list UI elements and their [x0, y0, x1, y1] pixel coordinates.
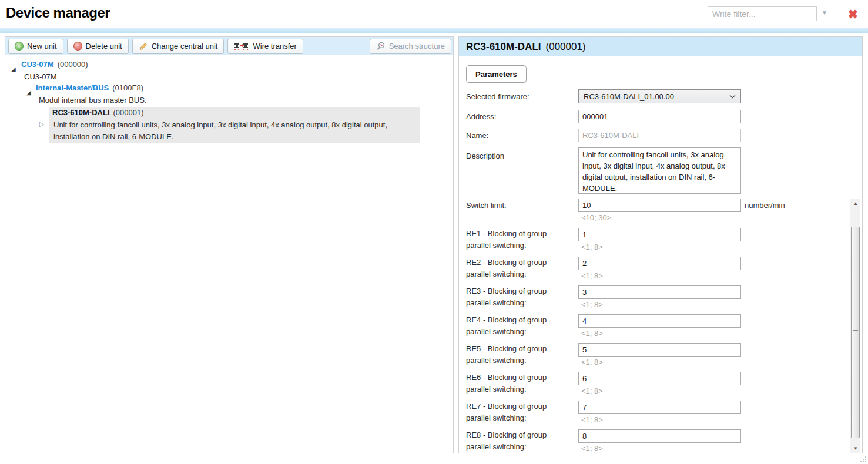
tree-node-description: Unit for controlling fancoil units, 3x a…: [53, 119, 415, 143]
tree-node-description: CU3-07M: [24, 72, 57, 81]
re2-hint: <1; 8>: [581, 271, 603, 280]
re2-field[interactable]: [578, 257, 741, 270]
scroll-up-icon[interactable]: ▲: [850, 199, 861, 209]
delete-unit-button[interactable]: − Delete unit: [67, 39, 129, 54]
tree-expand-icon[interactable]: ◢: [26, 90, 31, 96]
name-label: Name:: [466, 131, 488, 140]
tree-expand-icon[interactable]: ◢: [11, 66, 16, 72]
new-unit-label: New unit: [27, 42, 57, 51]
firmware-label: Selected firmware:: [466, 92, 529, 101]
re7-label-line2: parallel switching:: [466, 413, 527, 422]
re5-hint: <1; 8>: [581, 358, 603, 367]
re7-field[interactable]: [578, 401, 741, 414]
tree-node-name: RC3-610M-DALI: [52, 108, 110, 117]
add-icon: +: [15, 42, 24, 51]
switch-limit-hint: <10; 30>: [581, 213, 611, 222]
tree-node-address: (000000): [58, 60, 88, 69]
re8-hint: <1; 8>: [581, 444, 603, 453]
re2-label-line2: parallel switching:: [466, 270, 527, 278]
re2-label-line1: RE2 - Blocking of group: [466, 258, 547, 267]
name-field[interactable]: [578, 129, 741, 142]
re6-label-line2: parallel switching:: [466, 385, 527, 394]
re1-label-line1: RE1 - Blocking of group: [466, 229, 547, 238]
address-field[interactable]: [578, 110, 741, 123]
scrollbar-grip: [853, 330, 858, 331]
description-field[interactable]: [578, 147, 741, 194]
re4-hint: <1; 8>: [581, 329, 603, 338]
vertical-scrollbar[interactable]: ▲ ▼: [850, 199, 860, 453]
page-title: Device manager: [6, 5, 110, 21]
re7-label-line1: RE7 - Blocking of group: [466, 402, 547, 411]
firmware-value: RC3-610M-DALI_01.00.00: [584, 92, 674, 101]
re6-label-line1: RE6 - Blocking of group: [466, 373, 547, 382]
pencil-icon: [139, 42, 148, 51]
re6-field[interactable]: [578, 372, 741, 385]
tree-node-description: Modul internal bus master BUS.: [39, 96, 147, 105]
tree-node-rc3-610m-dali[interactable]: RC3-610M-DALI(000001): [52, 108, 144, 117]
tree-node-name: CU3-07M: [21, 60, 54, 69]
tree-node-address: (000001): [113, 108, 144, 117]
description-label: Description: [466, 152, 504, 160]
scroll-down-icon[interactable]: ▼: [850, 443, 861, 453]
re4-label-line2: parallel switching:: [466, 327, 527, 336]
re5-label-line1: RE5 - Blocking of group: [466, 344, 547, 353]
chevron-down-icon[interactable]: ▼: [822, 9, 827, 16]
device-tree-panel: + New unit − Delete unit Change central …: [5, 36, 454, 453]
re1-field[interactable]: [578, 228, 741, 241]
wire-transfer-label: Wire transfer: [253, 42, 296, 51]
tree-node-name: Internal-Master/BUS: [36, 83, 109, 92]
switch-limit-unit: number/min: [745, 201, 785, 210]
device-tree: ◢ CU3-07M(000000) CU3-07M ◢ Internal-Mas…: [5, 55, 453, 453]
close-icon[interactable]: ✖: [848, 7, 858, 21]
search-icon: [376, 42, 386, 51]
firmware-select[interactable]: RC3-610M-DALI_01.00.00: [578, 89, 741, 103]
search-structure-button[interactable]: Search structure: [370, 39, 451, 54]
new-unit-button[interactable]: + New unit: [8, 39, 63, 54]
re8-label-line1: RE8 - Blocking of group: [466, 431, 547, 439]
re4-field[interactable]: [578, 314, 741, 328]
re3-label-line2: parallel switching:: [466, 298, 527, 307]
tab-parameters[interactable]: Parameters: [466, 65, 527, 83]
detail-header: RC3-610M-DALI (000001): [459, 37, 862, 56]
re6-hint: <1; 8>: [581, 386, 603, 395]
remove-icon: −: [73, 42, 82, 51]
scrollbar-thumb[interactable]: [851, 227, 860, 438]
detail-title-address: (000001): [546, 41, 586, 53]
re3-label-line1: RE3 - Blocking of group: [466, 287, 547, 295]
address-label: Address:: [466, 112, 496, 121]
re1-hint: <1; 8>: [581, 243, 603, 251]
wire-transfer-icon: [234, 42, 249, 51]
re5-field[interactable]: [578, 343, 741, 357]
detail-title: RC3-610M-DALI: [466, 41, 541, 53]
resize-grip[interactable]: [859, 455, 867, 463]
change-central-unit-button[interactable]: Change central unit: [132, 39, 224, 54]
re8-label-line2: parallel switching:: [466, 442, 527, 451]
detail-panel: RC3-610M-DALI (000001) Parameters Select…: [458, 36, 863, 453]
tree-node-address: (0100F8): [112, 83, 143, 92]
filter-input[interactable]: [708, 6, 817, 21]
toolbar: + New unit − Delete unit Change central …: [5, 37, 453, 55]
chevron-down-icon: [729, 95, 736, 99]
re8-field[interactable]: [578, 429, 741, 443]
change-central-unit-label: Change central unit: [152, 42, 218, 51]
re4-label-line1: RE4 - Blocking of group: [466, 315, 547, 324]
switch-limit-label: Switch limit:: [466, 201, 507, 210]
accent-strip: [0, 28, 868, 33]
re3-hint: <1; 8>: [581, 300, 603, 309]
re3-field[interactable]: [578, 285, 741, 299]
tree-collapse-icon[interactable]: ▷: [39, 121, 44, 127]
re7-hint: <1; 8>: [581, 415, 603, 424]
wire-transfer-button[interactable]: Wire transfer: [227, 39, 303, 54]
delete-unit-label: Delete unit: [86, 42, 122, 51]
tree-node-cu3-07m[interactable]: CU3-07M(000000): [21, 60, 88, 69]
re5-label-line2: parallel switching:: [466, 356, 527, 365]
search-structure-label: Search structure: [389, 42, 445, 51]
tree-node-internal-master-bus[interactable]: Internal-Master/BUS(0100F8): [36, 83, 143, 92]
switch-limit-field[interactable]: [578, 199, 741, 212]
re1-label-line2: parallel switching:: [466, 241, 527, 250]
